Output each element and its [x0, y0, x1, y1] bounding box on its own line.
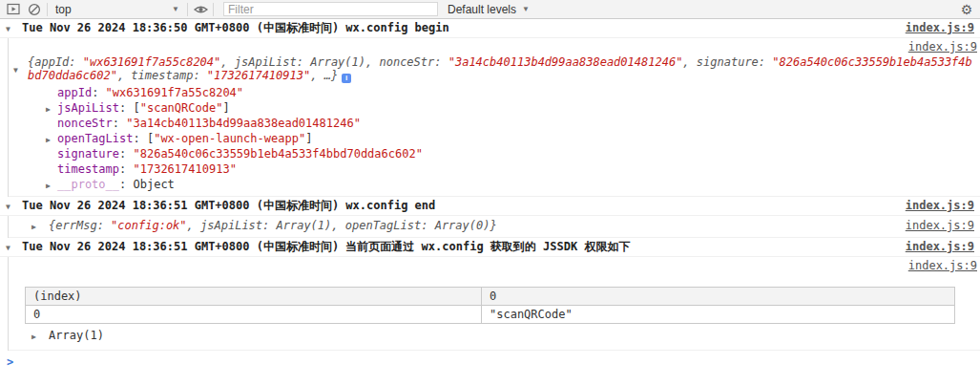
toolbar-divider [213, 3, 214, 16]
console-group-config-begin: index.js:9 ▼ Tue Nov 26 2024 18:36:50 GM… [0, 19, 980, 197]
object-preview: {errMsg: "config:ok", jsApiList: Array(1… [49, 219, 497, 232]
group-header[interactable]: index.js:9 ▼ Tue Nov 26 2024 18:36:51 GM… [0, 238, 980, 257]
collapse-triangle-icon[interactable]: ▼ [6, 203, 10, 211]
console-group-jssdk-permissions: index.js:9 ▼ Tue Nov 26 2024 18:36:51 GM… [0, 238, 980, 351]
clear-console-icon[interactable] [24, 2, 45, 17]
property-row-appid: appId: "wx631691f7a55c8204" [9, 85, 980, 100]
property-row-noncestr: nonceStr: "3a14cb40113b4d99aa838ead01481… [9, 116, 980, 131]
toolbar-divider [47, 3, 48, 16]
expand-triangle-icon[interactable]: ▶ [31, 223, 36, 231]
source-link[interactable]: index.js:9 [906, 22, 974, 34]
expand-triangle-icon[interactable]: ▼ [13, 64, 18, 77]
group-title: Tue Nov 26 2024 18:36:51 GMT+0800 (中国标准时… [22, 240, 630, 253]
object-properties: appId: "wx631691f7a55c8204" ▶jsApiList: … [9, 85, 980, 192]
source-link[interactable]: index.js:9 [906, 241, 974, 253]
property-row-proto[interactable]: ▶__proto__: Object [9, 177, 980, 192]
settings-gear-icon[interactable]: ⚙ [956, 2, 977, 17]
group-title: Tue Nov 26 2024 18:36:50 GMT+0800 (中国标准时… [22, 21, 449, 34]
table-header-index[interactable]: (index) [26, 288, 482, 306]
group-header[interactable]: index.js:9 ▼ Tue Nov 26 2024 18:36:51 GM… [0, 197, 980, 216]
source-link[interactable]: index.js:9 [906, 219, 974, 232]
frame-context-value: top [55, 3, 72, 16]
expand-triangle-icon: ▶ [46, 179, 57, 194]
property-row-jsapilist[interactable]: ▶jsApiList: ["scanQRCode"] [9, 100, 980, 116]
live-expression-eye-icon[interactable] [190, 2, 211, 17]
source-link[interactable]: index.js:9 [906, 200, 974, 212]
source-link[interactable]: index.js:9 [908, 40, 977, 54]
console-prompt-icon: > [7, 355, 13, 369]
group-header[interactable]: index.js:9 ▼ Tue Nov 26 2024 18:36:50 GM… [0, 19, 980, 38]
object-preview-row[interactable]: ▼ {appId: "wx631691f7a55c8204", jsApiLis… [9, 55, 980, 83]
info-icon[interactable]: i [342, 74, 351, 83]
group-title: Tue Nov 26 2024 18:36:51 GMT+0800 (中国标准时… [22, 199, 435, 212]
collapse-triangle-icon[interactable]: ▼ [6, 244, 10, 252]
array-preview-row[interactable]: ▶ Array(1) [9, 329, 980, 344]
table-header-row: (index) 0 [26, 288, 955, 306]
chevron-down-icon: ▼ [172, 5, 179, 13]
table-header-0[interactable]: 0 [482, 288, 955, 306]
table-cell-index: 0 [26, 306, 482, 324]
source-link[interactable]: index.js:9 [908, 259, 977, 273]
log-level-value: Default levels [448, 3, 516, 16]
table-row: 0 "scanQRCode" [26, 306, 955, 324]
console-group-config-end: index.js:9 ▼ Tue Nov 26 2024 18:36:51 GM… [0, 197, 980, 238]
log-entry-config-object: index.js:9 ▼ {appId: "wx631691f7a55c8204… [9, 38, 980, 197]
log-entry-errmsg-object[interactable]: index.js:9 ▶ {errMsg: "config:ok", jsApi… [9, 216, 980, 238]
table-cell-value: "scanQRCode" [482, 306, 955, 324]
console-table: (index) 0 0 "scanQRCode" [25, 287, 955, 324]
property-row-signature: signature: "826a540c06c33559b1eb4a533f4b… [9, 146, 980, 161]
frame-context-selector[interactable]: top ▼ [50, 3, 185, 16]
collapse-triangle-icon[interactable]: ▼ [6, 25, 10, 33]
console-input[interactable]: > [0, 351, 980, 386]
toolbar-divider [187, 3, 188, 16]
array-label: Array(1) [49, 329, 104, 342]
log-level-selector[interactable]: Default levels ▼ [442, 3, 535, 16]
log-entry-console-table: index.js:9 (index) 0 0 "scanQRCode" ▶ [9, 257, 980, 351]
object-preview: {appId: "wx631691f7a55c8204", jsApiList:… [28, 55, 972, 82]
property-row-timestamp: timestamp: "1732617410913" [9, 161, 980, 177]
console-toolbar: top ▼ Default levels ▼ ⚙ [0, 0, 980, 19]
chevron-down-icon: ▼ [522, 5, 530, 13]
console-sidebar-icon[interactable] [3, 2, 24, 17]
property-row-opentaglist[interactable]: ▶openTagList: ["wx-open-launch-weapp"] [9, 131, 980, 146]
expand-triangle-icon[interactable]: ▶ [31, 332, 36, 341]
filter-input[interactable] [223, 2, 438, 16]
